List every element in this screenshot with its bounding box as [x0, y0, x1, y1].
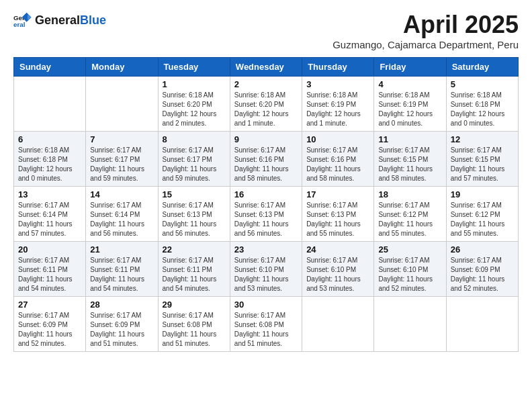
calendar-cell: 4Sunrise: 6:18 AMSunset: 6:19 PMDaylight… [374, 77, 446, 132]
day-number: 10 [306, 134, 369, 144]
day-number: 18 [378, 189, 441, 199]
calendar-cell: 24Sunrise: 6:17 AMSunset: 6:10 PMDayligh… [302, 242, 374, 297]
day-number: 24 [306, 244, 369, 255]
day-info: Sunrise: 6:17 AMSunset: 6:11 PMDaylight:… [90, 256, 153, 293]
day-number: 28 [90, 300, 153, 310]
calendar-cell [446, 297, 518, 352]
day-info: Sunrise: 6:18 AMSunset: 6:20 PMDaylight:… [163, 91, 226, 128]
day-info: Sunrise: 6:17 AMSunset: 6:13 PMDaylight:… [163, 201, 226, 238]
calendar-cell [86, 77, 158, 132]
day-info: Sunrise: 6:17 AMSunset: 6:15 PMDaylight:… [451, 146, 514, 183]
day-info: Sunrise: 6:17 AMSunset: 6:14 PMDaylight:… [18, 201, 81, 238]
calendar-cell [14, 77, 86, 132]
calendar-cell [302, 297, 374, 352]
calendar-cell: 2Sunrise: 6:18 AMSunset: 6:20 PMDaylight… [230, 77, 302, 132]
day-info: Sunrise: 6:17 AMSunset: 6:10 PMDaylight:… [306, 256, 369, 293]
day-info: Sunrise: 6:17 AMSunset: 6:09 PMDaylight:… [18, 311, 81, 349]
weekday-header-thursday: Thursday [302, 58, 374, 77]
day-number: 17 [306, 189, 369, 199]
calendar-cell: 8Sunrise: 6:17 AMSunset: 6:17 PMDaylight… [158, 132, 230, 187]
calendar-week-row: 1Sunrise: 6:18 AMSunset: 6:20 PMDaylight… [14, 77, 519, 132]
calendar-cell: 5Sunrise: 6:18 AMSunset: 6:18 PMDaylight… [446, 77, 518, 132]
day-number: 12 [451, 134, 514, 144]
day-info: Sunrise: 6:17 AMSunset: 6:10 PMDaylight:… [378, 256, 441, 293]
day-info: Sunrise: 6:17 AMSunset: 6:17 PMDaylight:… [163, 146, 226, 183]
calendar-cell: 22Sunrise: 6:17 AMSunset: 6:11 PMDayligh… [158, 242, 230, 297]
day-info: Sunrise: 6:17 AMSunset: 6:11 PMDaylight:… [163, 256, 226, 293]
day-info: Sunrise: 6:18 AMSunset: 6:20 PMDaylight:… [234, 91, 298, 128]
day-number: 15 [163, 189, 226, 199]
calendar-cell: 25Sunrise: 6:17 AMSunset: 6:10 PMDayligh… [374, 242, 446, 297]
calendar-cell: 10Sunrise: 6:17 AMSunset: 6:16 PMDayligh… [302, 132, 374, 187]
logo: Gen eral GeneralBlue [13, 11, 106, 30]
calendar-cell: 6Sunrise: 6:18 AMSunset: 6:18 PMDaylight… [14, 132, 86, 187]
calendar-week-row: 27Sunrise: 6:17 AMSunset: 6:09 PMDayligh… [14, 297, 519, 352]
day-info: Sunrise: 6:17 AMSunset: 6:10 PMDaylight:… [234, 256, 298, 293]
day-info: Sunrise: 6:17 AMSunset: 6:16 PMDaylight:… [234, 146, 298, 183]
day-number: 4 [378, 79, 441, 89]
weekday-header-sunday: Sunday [14, 58, 86, 77]
calendar-cell: 9Sunrise: 6:17 AMSunset: 6:16 PMDaylight… [230, 132, 302, 187]
day-number: 19 [451, 189, 514, 199]
day-number: 11 [378, 134, 441, 144]
calendar-cell: 3Sunrise: 6:18 AMSunset: 6:19 PMDaylight… [302, 77, 374, 132]
day-number: 22 [163, 244, 226, 255]
calendar-cell: 17Sunrise: 6:17 AMSunset: 6:13 PMDayligh… [302, 187, 374, 242]
day-number: 29 [163, 300, 226, 310]
calendar-cell [374, 297, 446, 352]
day-info: Sunrise: 6:18 AMSunset: 6:18 PMDaylight:… [451, 91, 514, 128]
day-info: Sunrise: 6:17 AMSunset: 6:12 PMDaylight:… [378, 201, 441, 238]
calendar-cell: 13Sunrise: 6:17 AMSunset: 6:14 PMDayligh… [14, 187, 86, 242]
weekday-header-row: SundayMondayTuesdayWednesdayThursdayFrid… [14, 58, 519, 77]
weekday-header-friday: Friday [374, 58, 446, 77]
day-info: Sunrise: 6:17 AMSunset: 6:09 PMDaylight:… [451, 256, 514, 293]
day-info: Sunrise: 6:17 AMSunset: 6:13 PMDaylight:… [306, 201, 369, 238]
calendar-cell: 18Sunrise: 6:17 AMSunset: 6:12 PMDayligh… [374, 187, 446, 242]
location-title: Guzmango, Cajamarca Department, Peru [332, 39, 519, 50]
day-info: Sunrise: 6:17 AMSunset: 6:17 PMDaylight:… [90, 146, 153, 183]
calendar-cell: 27Sunrise: 6:17 AMSunset: 6:09 PMDayligh… [14, 297, 86, 352]
weekday-header-saturday: Saturday [446, 58, 518, 77]
calendar-cell: 26Sunrise: 6:17 AMSunset: 6:09 PMDayligh… [446, 242, 518, 297]
day-number: 27 [18, 300, 81, 310]
calendar-cell: 14Sunrise: 6:17 AMSunset: 6:14 PMDayligh… [86, 187, 158, 242]
day-info: Sunrise: 6:17 AMSunset: 6:08 PMDaylight:… [163, 311, 226, 349]
day-number: 14 [90, 189, 153, 199]
page-header: Gen eral GeneralBlue April 2025 Guzmango… [13, 11, 519, 50]
logo-general: General [35, 13, 80, 28]
calendar-cell: 23Sunrise: 6:17 AMSunset: 6:10 PMDayligh… [230, 242, 302, 297]
calendar-cell: 29Sunrise: 6:17 AMSunset: 6:08 PMDayligh… [158, 297, 230, 352]
day-number: 8 [163, 134, 226, 144]
day-info: Sunrise: 6:17 AMSunset: 6:09 PMDaylight:… [90, 311, 153, 349]
day-info: Sunrise: 6:17 AMSunset: 6:08 PMDaylight:… [234, 311, 298, 349]
day-info: Sunrise: 6:17 AMSunset: 6:16 PMDaylight:… [306, 146, 369, 183]
calendar-cell: 1Sunrise: 6:18 AMSunset: 6:20 PMDaylight… [158, 77, 230, 132]
day-number: 2 [234, 79, 298, 89]
logo-wordmark: GeneralBlue [35, 13, 106, 28]
day-number: 20 [18, 244, 81, 255]
day-info: Sunrise: 6:17 AMSunset: 6:13 PMDaylight:… [234, 201, 298, 238]
calendar-week-row: 13Sunrise: 6:17 AMSunset: 6:14 PMDayligh… [14, 187, 519, 242]
weekday-header-monday: Monday [86, 58, 158, 77]
calendar-cell: 20Sunrise: 6:17 AMSunset: 6:11 PMDayligh… [14, 242, 86, 297]
day-number: 16 [234, 189, 298, 199]
calendar-cell: 21Sunrise: 6:17 AMSunset: 6:11 PMDayligh… [86, 242, 158, 297]
day-info: Sunrise: 6:18 AMSunset: 6:19 PMDaylight:… [306, 91, 369, 128]
calendar-week-row: 6Sunrise: 6:18 AMSunset: 6:18 PMDaylight… [14, 132, 519, 187]
day-info: Sunrise: 6:17 AMSunset: 6:14 PMDaylight:… [90, 201, 153, 238]
calendar-cell: 7Sunrise: 6:17 AMSunset: 6:17 PMDaylight… [86, 132, 158, 187]
day-number: 5 [451, 79, 514, 89]
calendar-cell: 28Sunrise: 6:17 AMSunset: 6:09 PMDayligh… [86, 297, 158, 352]
day-info: Sunrise: 6:17 AMSunset: 6:11 PMDaylight:… [18, 256, 81, 293]
calendar-cell: 16Sunrise: 6:17 AMSunset: 6:13 PMDayligh… [230, 187, 302, 242]
weekday-header-tuesday: Tuesday [158, 58, 230, 77]
calendar-week-row: 20Sunrise: 6:17 AMSunset: 6:11 PMDayligh… [14, 242, 519, 297]
calendar-cell: 11Sunrise: 6:17 AMSunset: 6:15 PMDayligh… [374, 132, 446, 187]
calendar-table: SundayMondayTuesdayWednesdayThursdayFrid… [13, 57, 519, 352]
day-info: Sunrise: 6:18 AMSunset: 6:19 PMDaylight:… [378, 91, 441, 128]
calendar-cell: 15Sunrise: 6:17 AMSunset: 6:13 PMDayligh… [158, 187, 230, 242]
day-number: 21 [90, 244, 153, 255]
calendar-cell: 12Sunrise: 6:17 AMSunset: 6:15 PMDayligh… [446, 132, 518, 187]
day-number: 25 [378, 244, 441, 255]
day-number: 3 [306, 79, 369, 89]
